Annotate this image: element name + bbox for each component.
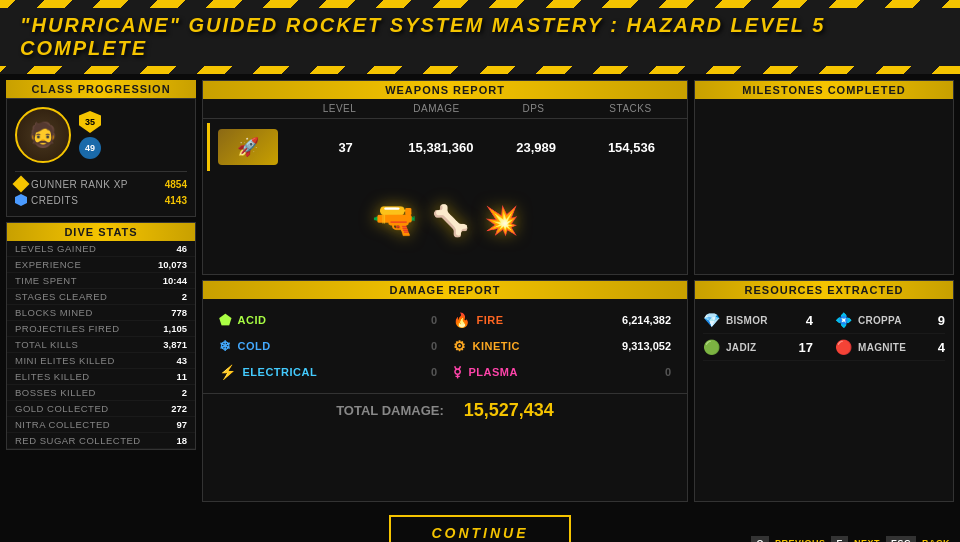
- avatar-emoji: 🧔: [28, 121, 58, 149]
- shield-level: 35: [85, 117, 95, 127]
- list-item: ⬟ ACID 0: [211, 307, 445, 333]
- list-item: 💎 BISMOR 4: [703, 312, 813, 328]
- main-content: CLASS PROGRESSION 🧔 35: [0, 74, 960, 508]
- weapon-model-2: 🦴: [432, 203, 469, 238]
- list-item: ☿ PLASMA 0: [445, 359, 679, 385]
- weapon-icon: 🚀: [218, 129, 278, 165]
- resources-section: RESOURCES EXTRACTED 💎 BISMOR 4 💠 CROPPA …: [694, 280, 954, 502]
- credits-value: 4143: [165, 195, 187, 206]
- dive-stats-header: DIVE STATS: [7, 223, 195, 241]
- avatar: 🧔: [15, 107, 71, 163]
- circle-badge: 49: [79, 137, 101, 159]
- page-title: "HURRICANE" GUIDED ROCKET SYSTEM MASTERY…: [0, 8, 960, 66]
- circle-icon: 49: [79, 137, 101, 159]
- resources-grid: 💎 BISMOR 4 💠 CROPPA 9 🟢 JADIZ 17 🔴 MAGNI…: [703, 307, 945, 361]
- center-panel: WEAPONS REPORT LEVEL DAMAGE DPS STACKS 🚀…: [202, 80, 688, 502]
- weapons-table-header: LEVEL DAMAGE DPS STACKS: [203, 99, 687, 119]
- weapon-dps: 23,989: [489, 140, 584, 155]
- total-damage-label: TOTAL DAMAGE:: [336, 403, 444, 418]
- list-item: GOLD COLLECTED272: [7, 401, 195, 417]
- circle-level: 49: [85, 143, 95, 153]
- back-label: BACK: [922, 538, 950, 542]
- right-panel: MILESTONES COMPLETED RESOURCES EXTRACTED…: [694, 80, 954, 502]
- dive-stats-section: DIVE STATS LEVELS GAINED46EXPERIENCE10,0…: [6, 222, 196, 450]
- resource-row: 🟢 JADIZ 17 🔴 MAGNITE 4: [703, 334, 945, 361]
- list-item: PROJECTILES FIRED1,105: [7, 321, 195, 337]
- shield-badge: 35: [79, 111, 101, 133]
- list-item: BLOCKS MINED778: [7, 305, 195, 321]
- list-item: NITRA COLLECTED97: [7, 417, 195, 433]
- bottom-bar: CONTINUE Q PREVIOUS E NEXT ESC BACK: [0, 508, 960, 542]
- nav-hints: Q PREVIOUS E NEXT ESC BACK: [751, 536, 950, 542]
- list-item: BOSSES KILLED2: [7, 385, 195, 401]
- gunner-rank-row: GUNNER RANK XP 4854: [15, 176, 187, 192]
- total-damage-value: 15,527,434: [464, 400, 554, 421]
- hexagon-icon: [15, 194, 27, 206]
- credits-row: CREDITS 4143: [15, 192, 187, 208]
- list-item: ⚡ ELECTRICAL 0: [211, 359, 445, 385]
- weapons-table-row: 🚀 37 15,381,360 23,989 154,536: [207, 123, 687, 171]
- dive-stats-rows: LEVELS GAINED46EXPERIENCE10,073TIME SPEN…: [7, 241, 195, 449]
- class-progression-body: 🧔 35 49: [6, 98, 196, 217]
- weapons-report-header: WEAPONS REPORT: [203, 81, 687, 99]
- damage-report-header: DAMAGE REPORT: [203, 281, 687, 299]
- total-damage-row: TOTAL DAMAGE: 15,527,434: [203, 393, 687, 427]
- milestones-section: MILESTONES COMPLETED: [694, 80, 954, 275]
- class-progression-section: CLASS PROGRESSION 🧔 35: [6, 80, 196, 217]
- damage-grid: ⬟ ACID 0 🔥 FIRE 6,214,382 ❄ COLD 0 ⚙ KIN…: [203, 299, 687, 393]
- col-damage: DAMAGE: [388, 103, 485, 114]
- divider: [15, 171, 187, 172]
- list-item: 🔴 MAGNITE 4: [835, 339, 945, 355]
- level-badges: 35 49: [79, 111, 101, 159]
- weapon-models-area: 🔫 🦴 💥: [203, 175, 687, 265]
- next-label: NEXT: [854, 538, 880, 542]
- list-item: ELITES KILLED11: [7, 369, 195, 385]
- diamond-icon: [13, 176, 30, 193]
- col-level: LEVEL: [291, 103, 388, 114]
- col-dps: DPS: [485, 103, 582, 114]
- list-item: EXPERIENCE10,073: [7, 257, 195, 273]
- list-item: 💠 CROPPA 9: [835, 312, 945, 328]
- left-panel: CLASS PROGRESSION 🧔 35: [6, 80, 196, 502]
- q-key: Q: [751, 536, 769, 542]
- player-info: 🧔 35 49: [15, 107, 187, 163]
- list-item: LEVELS GAINED46: [7, 241, 195, 257]
- list-item: MINI ELITES KILLED43: [7, 353, 195, 369]
- list-item: 🟢 JADIZ 17: [703, 339, 813, 355]
- list-item: ⚙ KINETIC 9,313,052: [445, 333, 679, 359]
- weapon-level: 37: [298, 140, 393, 155]
- milestones-header: MILESTONES COMPLETED: [695, 81, 953, 99]
- weapon-model-1: 🔫: [372, 199, 417, 241]
- esc-key: ESC: [886, 536, 916, 542]
- hazard-header: "HURRICANE" GUIDED ROCKET SYSTEM MASTERY…: [0, 0, 960, 74]
- shield-icon: 35: [79, 111, 101, 133]
- damage-report-section: DAMAGE REPORT ⬟ ACID 0 🔥 FIRE 6,214,382 …: [202, 280, 688, 502]
- list-item: RED SUGAR COLLECTED18: [7, 433, 195, 449]
- weapon-damage: 15,381,360: [393, 140, 488, 155]
- resources-header: RESOURCES EXTRACTED: [695, 281, 953, 299]
- e-key: E: [831, 536, 848, 542]
- gunner-rank-label: GUNNER RANK XP: [15, 178, 128, 190]
- resource-row: 💎 BISMOR 4 💠 CROPPA 9: [703, 307, 945, 334]
- list-item: 🔥 FIRE 6,214,382: [445, 307, 679, 333]
- weapons-report-section: WEAPONS REPORT LEVEL DAMAGE DPS STACKS 🚀…: [202, 80, 688, 275]
- list-item: TOTAL KILLS3,871: [7, 337, 195, 353]
- credits-label: CREDITS: [15, 194, 78, 206]
- previous-label: PREVIOUS: [775, 538, 826, 542]
- list-item: ❄ COLD 0: [211, 333, 445, 359]
- weapon-stacks: 154,536: [584, 140, 679, 155]
- continue-button[interactable]: CONTINUE: [389, 515, 570, 542]
- weapon-model-3: 💥: [484, 204, 519, 237]
- list-item: TIME SPENT10:44: [7, 273, 195, 289]
- col-stacks: STACKS: [582, 103, 679, 114]
- class-progression-header: CLASS PROGRESSION: [6, 80, 196, 98]
- list-item: STAGES CLEARED2: [7, 289, 195, 305]
- gunner-rank-value: 4854: [165, 179, 187, 190]
